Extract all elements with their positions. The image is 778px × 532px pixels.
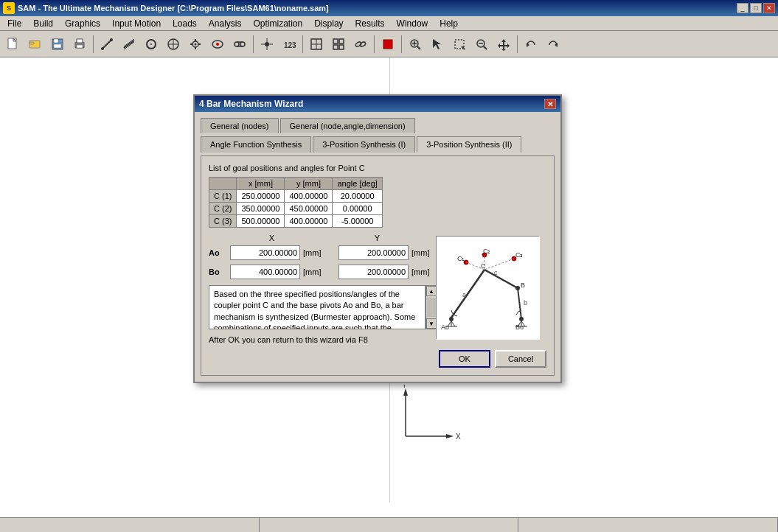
pan-button[interactable] — [493, 34, 514, 55]
cell-c3-x[interactable]: 500.00000 — [237, 215, 285, 228]
redo-button[interactable] — [543, 34, 563, 55]
frame-tool[interactable] — [306, 34, 327, 55]
beam-tool[interactable] — [119, 34, 139, 55]
menu-results[interactable]: Results — [350, 17, 391, 30]
toolbar-separator-1 — [93, 35, 94, 53]
cell-c2-y[interactable]: 450.00000 — [285, 203, 333, 215]
zoom-window-button[interactable] — [449, 34, 470, 55]
ao-x-unit: [mm] — [303, 248, 324, 257]
menu-optimization[interactable]: Optimization — [248, 17, 309, 30]
save-button[interactable] — [47, 34, 68, 55]
cell-c3-angle[interactable]: -5.00000 — [333, 215, 382, 228]
svg-rect-3 — [29, 42, 34, 44]
maximize-button[interactable]: □ — [750, 3, 762, 13]
dialog-buttons: OK Cancel — [209, 350, 546, 368]
tab-general-angle[interactable]: General (node,angle,dimension) — [280, 118, 415, 133]
svg-rect-46 — [383, 40, 392, 49]
tab-3position-1[interactable]: 3-Position Synthesis (I) — [313, 136, 415, 153]
chain-tool[interactable] — [350, 34, 371, 55]
bo-label: Bo — [209, 267, 227, 276]
ao-label: Ao — [209, 248, 227, 257]
bo-y-input[interactable] — [338, 265, 409, 279]
minimize-button[interactable]: _ — [737, 3, 749, 13]
svg-text:C₁: C₁ — [457, 255, 465, 262]
circle-tool[interactable] — [141, 34, 161, 55]
open-button[interactable] — [25, 34, 46, 55]
svg-text:Y: Y — [402, 385, 407, 389]
svg-text:Ao: Ao — [441, 323, 449, 331]
cancel-button[interactable]: Cancel — [495, 350, 546, 368]
row-label-c3: C (3) — [209, 215, 237, 228]
svg-text:123: 123 — [284, 41, 296, 49]
line-tool[interactable] — [97, 34, 117, 55]
menu-window[interactable]: Window — [391, 17, 434, 30]
menu-analysis[interactable]: Analysis — [203, 17, 248, 30]
menu-help[interactable]: Help — [434, 17, 464, 30]
dialog-close-button[interactable]: ✕ — [544, 99, 556, 109]
menu-display[interactable]: Display — [308, 17, 349, 30]
ao-y-unit: [mm] — [411, 248, 432, 257]
ao-x-input[interactable] — [230, 245, 300, 260]
number-tool[interactable]: 123 — [279, 34, 299, 55]
undo-button[interactable] — [521, 34, 541, 55]
cam-tool[interactable] — [207, 34, 228, 55]
tab-angle-function[interactable]: Angle Function Synthesis — [201, 136, 311, 153]
toolbar-separator-6 — [517, 35, 518, 53]
cell-c1-x[interactable]: 250.00000 — [237, 190, 285, 203]
svg-line-13 — [124, 41, 134, 48]
scroll-thumb[interactable] — [427, 298, 436, 317]
stop-tool[interactable] — [378, 34, 398, 55]
menu-bar: File Build Graphics Input Motion Loads A… — [0, 16, 778, 31]
description-area: Based on the three specified positions/a… — [209, 285, 437, 329]
belt-tool[interactable] — [229, 34, 250, 55]
menu-graphics[interactable]: Graphics — [59, 17, 106, 30]
svg-point-17 — [150, 43, 152, 45]
status-cell-3 — [518, 518, 778, 532]
col-header-empty — [209, 178, 237, 190]
new-button[interactable] — [3, 34, 24, 55]
col-header-y: y [mm] — [285, 178, 333, 190]
node-tool[interactable] — [257, 34, 277, 55]
title-bar: S SAM - The Ultimate Mechanism Designer … — [0, 0, 778, 16]
ao-y-input[interactable] — [338, 245, 409, 260]
menu-build[interactable]: Build — [27, 17, 59, 30]
positions-table: x [mm] y [mm] angle [deg] C (1) 250.0000… — [209, 177, 383, 228]
svg-rect-5 — [54, 39, 58, 43]
gear-tool[interactable] — [185, 34, 206, 55]
close-button[interactable]: ✕ — [763, 3, 775, 13]
row-label-c1: C (1) — [209, 190, 237, 203]
cell-c2-angle[interactable]: 0.00000 — [333, 203, 382, 215]
app-icon: S — [3, 2, 15, 14]
svg-text:C: C — [481, 262, 486, 270]
zoom-out-button[interactable] — [471, 34, 492, 55]
cell-c3-y[interactable]: 400.00000 — [285, 215, 333, 228]
svg-rect-8 — [77, 39, 83, 43]
ok-button[interactable]: OK — [439, 350, 490, 368]
tabs-row-1: General (nodes) General (node,angle,dime… — [201, 118, 555, 133]
svg-rect-42 — [333, 45, 338, 49]
svg-text:b: b — [524, 299, 527, 307]
menu-file[interactable]: File — [1, 17, 27, 30]
row-label-c2: C (2) — [209, 203, 237, 215]
print-button[interactable] — [69, 34, 90, 55]
add-tool[interactable] — [328, 34, 349, 55]
element-tool[interactable] — [163, 34, 184, 55]
tab-3position-2[interactable]: 3-Position Synthesis (II) — [417, 136, 521, 153]
scroll-down-arrow[interactable]: ▼ — [426, 318, 437, 329]
cell-c1-angle[interactable]: 20.00000 — [333, 190, 382, 203]
bo-x-input[interactable] — [230, 265, 300, 279]
svg-line-55 — [484, 46, 487, 49]
zoom-in-button[interactable] — [405, 34, 426, 55]
menu-loads[interactable]: Loads — [167, 17, 203, 30]
table-row-c3: C (3) 500.00000 400.00000 -5.00000 — [209, 215, 383, 228]
svg-marker-63 — [446, 434, 454, 438]
menu-input-motion[interactable]: Input Motion — [106, 17, 167, 30]
cell-c2-x[interactable]: 350.00000 — [237, 203, 285, 215]
svg-rect-40 — [333, 39, 338, 43]
col-header-angle: angle [deg] — [333, 178, 382, 190]
scroll-up-arrow[interactable]: ▲ — [426, 286, 437, 296]
tab-content-area: List of goal positions and angles for Po… — [201, 155, 555, 376]
select-button[interactable] — [427, 34, 448, 55]
cell-c1-y[interactable]: 400.00000 — [285, 190, 333, 203]
tab-general-nodes[interactable]: General (nodes) — [201, 118, 279, 133]
